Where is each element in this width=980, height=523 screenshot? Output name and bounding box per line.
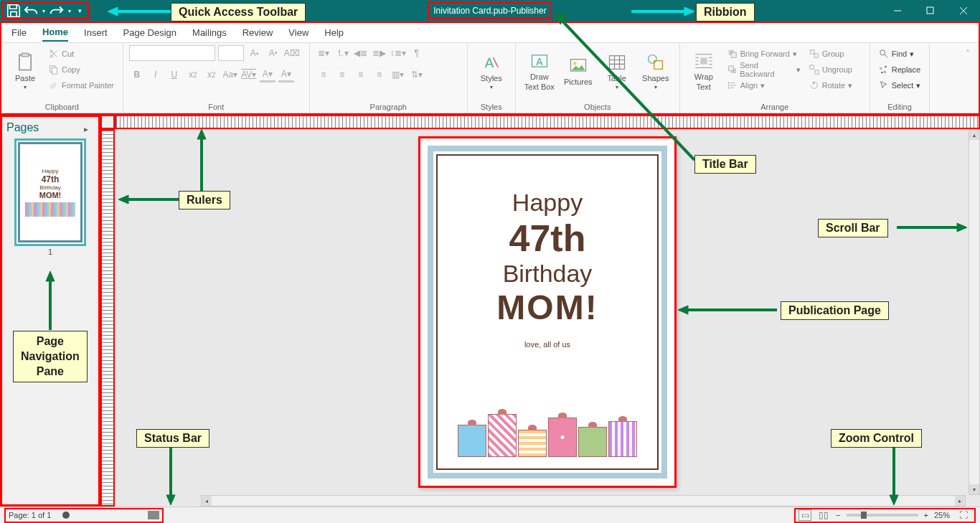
- search-icon: [879, 49, 889, 59]
- styles-button[interactable]: A Styles▾: [473, 45, 509, 97]
- numbering-button[interactable]: ⒈▾: [334, 45, 350, 61]
- replace-icon: ab: [879, 65, 889, 75]
- group-clipboard: Paste ▾ Cut Copy Format Painter Clipboar…: [1, 43, 123, 113]
- copy-button[interactable]: Copy: [46, 62, 117, 77]
- tab-view[interactable]: View: [288, 24, 308, 41]
- align-left-button[interactable]: ≡: [316, 67, 331, 83]
- scroll-down-icon[interactable]: ▾: [969, 484, 979, 494]
- clear-format-icon[interactable]: A⌧: [284, 45, 300, 61]
- char-spacing-button[interactable]: AV▾: [241, 67, 257, 83]
- qat-customize-icon[interactable]: ▾: [75, 4, 85, 18]
- align-center-button[interactable]: ≡: [334, 67, 350, 83]
- svg-marker-36: [118, 195, 128, 204]
- thumbnail-preview: Happy 47th Birthday MOM!: [18, 142, 83, 242]
- shrink-font-icon[interactable]: A▾: [265, 45, 281, 61]
- decrease-indent-button[interactable]: ◀≣: [353, 45, 369, 61]
- chevron-right-icon[interactable]: ▸: [78, 121, 94, 137]
- zoom-thumb[interactable]: [861, 512, 867, 519]
- tab-home[interactable]: Home: [42, 24, 68, 42]
- align-right-button[interactable]: ≡: [353, 67, 369, 83]
- quick-access-toolbar: ▾ ▾ ▾: [1, 2, 89, 19]
- undo-dropdown-icon[interactable]: ▾: [40, 4, 47, 18]
- font-color-button[interactable]: A▾: [278, 67, 294, 83]
- card-line-3: Birthday: [503, 260, 593, 288]
- zoom-level[interactable]: 25%: [934, 511, 950, 519]
- superscript-button[interactable]: x2: [204, 67, 220, 83]
- vertical-ruler[interactable]: [100, 129, 115, 506]
- scroll-left-icon[interactable]: ◂: [202, 496, 212, 506]
- font-name-combo[interactable]: [129, 45, 215, 61]
- scroll-up-icon[interactable]: ▴: [969, 130, 979, 140]
- grow-font-icon[interactable]: A▴: [247, 45, 263, 61]
- group-paragraph: ≣▾ ⒈▾ ◀≣ ≣▶ ↕≣▾ ¶ ≡ ≡ ≡ ≡ ▥▾ ⇅▾ Paragrap…: [310, 43, 468, 113]
- increase-indent-button[interactable]: ≣▶: [372, 45, 387, 61]
- bring-forward-button[interactable]: Bring Forward ▾: [725, 47, 804, 61]
- horizontal-scrollbar[interactable]: ◂ ▸: [201, 495, 966, 506]
- columns-button[interactable]: ▥▾: [390, 67, 406, 83]
- text-highlight-button[interactable]: A▾: [260, 67, 275, 83]
- line-spacing-button[interactable]: ↕≣▾: [390, 45, 406, 61]
- scroll-right-icon[interactable]: ▸: [955, 496, 965, 506]
- fit-page-icon[interactable]: ⛶: [956, 507, 971, 523]
- change-case-button[interactable]: Aa▾: [222, 67, 238, 83]
- callout-rulers: Rulers: [179, 191, 230, 209]
- font-size-combo[interactable]: [218, 45, 244, 61]
- undo-icon[interactable]: [23, 4, 39, 18]
- paste-button[interactable]: Paste ▾: [7, 45, 43, 97]
- tab-page-design[interactable]: Page Design: [123, 24, 176, 41]
- tab-review[interactable]: Review: [242, 24, 273, 41]
- subscript-button[interactable]: x2: [185, 67, 201, 83]
- cut-button[interactable]: Cut: [46, 47, 117, 61]
- maximize-button[interactable]: [914, 0, 947, 22]
- tab-help[interactable]: Help: [324, 24, 344, 41]
- bold-button[interactable]: B: [129, 67, 145, 83]
- save-icon[interactable]: [6, 4, 22, 18]
- group-button[interactable]: Group: [806, 47, 864, 61]
- svg-marker-42: [46, 271, 55, 281]
- tab-insert[interactable]: Insert: [84, 24, 108, 41]
- draw-text-box-button[interactable]: ADrawText Box: [522, 45, 557, 97]
- ribbon-body: Paste ▾ Cut Copy Format Painter Clipboar…: [1, 43, 979, 113]
- callout-scrollbar: Scroll Bar: [818, 219, 888, 237]
- vertical-scrollbar[interactable]: ▴ ▾: [969, 129, 980, 495]
- tab-file[interactable]: File: [11, 24, 27, 41]
- group-editing: Find ▾ abReplace Select ▾ Editing: [870, 43, 930, 113]
- underline-button[interactable]: U: [166, 67, 182, 83]
- send-backward-button[interactable]: Send Backward ▾: [725, 62, 804, 77]
- svg-text:A: A: [536, 56, 543, 67]
- zoom-in-button[interactable]: +: [924, 511, 928, 519]
- minimize-button[interactable]: [881, 0, 914, 22]
- zoom-out-button[interactable]: −: [836, 511, 840, 519]
- tab-mailings[interactable]: Mailings: [192, 24, 227, 41]
- italic-button[interactable]: I: [148, 67, 164, 83]
- publication-page[interactable]: Happy 47th Birthday MOM! love, all of us: [418, 136, 677, 488]
- two-page-view-icon[interactable]: ▯▯: [817, 509, 830, 521]
- find-button[interactable]: Find ▾: [876, 47, 924, 61]
- zoom-slider[interactable]: [847, 514, 918, 517]
- single-page-view-icon[interactable]: ▭: [798, 509, 811, 521]
- text-direction-button[interactable]: ⇅▾: [409, 67, 425, 83]
- close-button[interactable]: [947, 0, 980, 22]
- select-button[interactable]: Select ▾: [876, 78, 924, 93]
- redo-dropdown-icon[interactable]: ▾: [66, 4, 73, 18]
- horizontal-ruler[interactable]: [115, 115, 980, 129]
- page-indicator[interactable]: Page: 1 of 1: [9, 511, 51, 519]
- card-line-1: Happy: [512, 189, 583, 217]
- svg-text:A: A: [484, 55, 494, 70]
- ungroup-button[interactable]: Ungroup: [806, 62, 864, 77]
- justify-button[interactable]: ≡: [372, 67, 387, 83]
- format-painter-button[interactable]: Format Painter: [46, 78, 117, 93]
- align-button[interactable]: Align ▾: [725, 78, 804, 93]
- page-thumbnail[interactable]: Happy 47th Birthday MOM!: [14, 138, 86, 246]
- chevron-down-icon: ▾: [24, 84, 27, 90]
- redo-icon[interactable]: [49, 4, 65, 18]
- group-label: Styles: [473, 101, 509, 113]
- svg-rect-2: [22, 53, 28, 57]
- bullets-button[interactable]: ≣▾: [316, 45, 331, 61]
- rotate-button[interactable]: Rotate ▾: [806, 78, 864, 93]
- pilcrow-button[interactable]: ¶: [409, 45, 425, 61]
- replace-button[interactable]: abReplace: [876, 62, 924, 77]
- window-controls: [881, 0, 980, 22]
- collapse-ribbon-icon[interactable]: ˄: [960, 46, 976, 62]
- callout-pubpage: Publication Page: [781, 301, 889, 320]
